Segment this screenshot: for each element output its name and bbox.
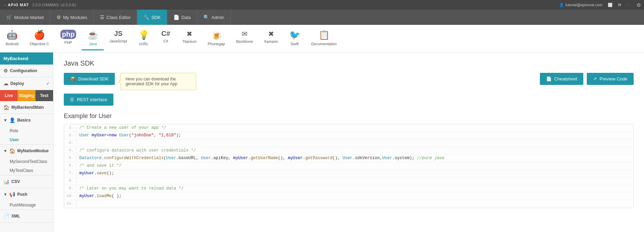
sidebar-item-mynativemodule[interactable]: ▼ 🏠 MyNativeModue <box>0 145 53 157</box>
power-icon[interactable]: ⏻ <box>637 3 641 7</box>
sidebar-section-basics: ▼ 👤 Basics Role User <box>0 114 53 145</box>
main-content: Java SDK 📦 Download SDK Here you can dow… <box>53 52 644 232</box>
sdk-documentation[interactable]: 📋 Documentation <box>306 28 342 50</box>
download-sdk-button[interactable]: 📦 Download SDK <box>64 73 115 85</box>
my-modules-icon: ⚙ <box>57 14 61 20</box>
sdk-xamarin[interactable]: ✖ Xamarin <box>259 28 284 48</box>
tab-class-editor[interactable]: ☰ Class Editor <box>94 10 137 25</box>
code-line-2: 2. User myUser=new User("johnDoe", "1,61… <box>64 132 633 139</box>
live-button[interactable]: Live <box>0 90 18 101</box>
apple-icon: 🍎 <box>34 30 45 40</box>
rest-row: ☰ REST interface <box>64 94 634 106</box>
sdk-swift[interactable]: 🐦 Swift <box>284 28 306 50</box>
sdk-subnav: 🤖 Android 🍎 Objective C php PHP ☕ Java J… <box>0 25 644 52</box>
window-icon[interactable]: ⬜ <box>608 3 613 7</box>
code-line-6: 6. /* and save it */ <box>64 162 633 170</box>
code-line-3: 3. <box>64 139 633 147</box>
top-bar: ~ APiO MAT 2.5.0 (YAMBAS: v2.5.0-E) 👤 tu… <box>0 0 644 10</box>
sdk-icon: 🔧 <box>143 14 149 20</box>
sidebar-section-xml: 📄 XML <box>0 210 53 223</box>
javascript-icon: JS <box>114 30 122 38</box>
code-line-9: 9. /* Later on you may want to reload da… <box>64 185 633 193</box>
xamarin-icon: ✖ <box>268 30 274 38</box>
sidebar-item-deploy[interactable]: ☁ Deploy ✓ <box>0 77 53 90</box>
top-bar-right: 👤 tutorial@apiomat.com ⬜ H 📞 ⏻ <box>559 3 641 7</box>
sidebar-item-xml[interactable]: 📄 XML <box>0 210 53 222</box>
sidebar-item-mybackendmain[interactable]: 🏠 MyBackendMain <box>0 101 53 114</box>
swift-icon: 🐦 <box>289 30 300 40</box>
sdk-java[interactable]: ☕ Java <box>82 28 104 50</box>
titanium-icon: ✖ <box>187 30 192 38</box>
sidebar-item-csv[interactable]: 📊 CSV <box>0 175 53 188</box>
sidebar-sub-mysecondtestclass[interactable]: MySecondTestClass <box>0 157 53 166</box>
sdk-android[interactable]: 🤖 Android <box>0 28 24 50</box>
sidebar-item-configuration[interactable]: ⚙ Configuration <box>0 65 53 77</box>
csharp-icon: C# <box>161 30 170 38</box>
live-staging-bar: Live Staging Test <box>0 90 53 101</box>
sdk-curl[interactable]: 💡 cURL <box>133 28 155 50</box>
sidebar: MyBackend ⚙ Configuration ☁ Deploy ✓ Liv… <box>0 52 53 232</box>
sdk-titanium[interactable]: ✖ Titanium <box>177 28 202 48</box>
rest-icon: ☰ <box>70 97 74 102</box>
sdk-phonegap[interactable]: 🍺 Phonegap <box>202 28 231 50</box>
java-icon: ☕ <box>87 30 98 40</box>
home-icon: 🏠 <box>3 105 9 110</box>
sidebar-sub-user[interactable]: User <box>0 135 53 144</box>
sdk-csharp[interactable]: C# C# <box>155 28 177 48</box>
app-logo: ~ APiO MAT <box>3 2 29 8</box>
expand-push-icon: ▼ <box>3 192 7 196</box>
sdk-php[interactable]: php PHP <box>55 28 82 49</box>
code-block: 1. /* Create a new user of your app */ 2… <box>64 124 634 208</box>
sidebar-section-push: ▼ 📢 Push PushMessage <box>0 188 53 210</box>
version-label: 2.5.0 (YAMBAS: v2.5.0-E) <box>32 3 76 7</box>
sidebar-sub-mytestclass[interactable]: MyTestClass <box>0 166 53 175</box>
code-line-8: 8. <box>64 177 633 185</box>
code-line-11: 11. <box>64 200 633 208</box>
code-line-10: 10. myUser.loadMe( ); <box>64 193 633 200</box>
sidebar-section-deploy: ☁ Deploy ✓ <box>0 77 53 90</box>
sidebar-section-mybackendmain: 🏠 MyBackendMain <box>0 101 53 114</box>
code-line-4: 4. /* configure datastore with user cred… <box>64 147 633 155</box>
preview-icon: ↗ <box>593 76 597 81</box>
cheatsheet-button[interactable]: 📄 Cheatsheet <box>540 73 584 85</box>
cheatsheet-icon: 📄 <box>546 76 552 81</box>
tab-module-market[interactable]: 🛒 Module Market <box>0 10 50 25</box>
code-line-7: 7. myUser.save(); <box>64 170 633 177</box>
phonegap-icon: 🍺 <box>211 30 222 40</box>
curl-icon: 💡 <box>138 30 149 40</box>
sdk-objective-c[interactable]: 🍎 Objective C <box>24 28 55 50</box>
help-icon[interactable]: H <box>618 3 621 7</box>
sidebar-item-push[interactable]: ▼ 📢 Push <box>0 188 53 201</box>
sidebar-section-mynativemodule: ▼ 🏠 MyNativeModue MySecondTestClass MyTe… <box>0 145 53 175</box>
nav-tabs: 🛒 Module Market ⚙ My Modules ☰ Class Edi… <box>0 10 644 25</box>
download-row: 📦 Download SDK Here you can download the… <box>64 73 634 90</box>
sidebar-sub-role[interactable]: Role <box>0 126 53 135</box>
preview-code-button[interactable]: ↗ Preview Code <box>587 73 634 85</box>
staging-button[interactable]: Staging <box>18 90 35 101</box>
cloud-icon: ☁ <box>3 81 8 86</box>
tab-sdk[interactable]: 🔧 SDK <box>137 10 167 25</box>
main-layout: MyBackend ⚙ Configuration ☁ Deploy ✓ Liv… <box>0 52 644 232</box>
php-icon: php <box>60 30 77 39</box>
right-btn-group: 📄 Cheatsheet ↗ Preview Code <box>540 73 634 85</box>
sdk-javascript[interactable]: JS JavaScript <box>104 28 132 48</box>
sidebar-app-name: MyBackend <box>0 52 53 65</box>
sidebar-item-basics[interactable]: ▼ 👤 Basics <box>0 114 53 126</box>
config-icon: ⚙ <box>3 68 8 74</box>
tab-my-modules[interactable]: ⚙ My Modules <box>50 10 94 25</box>
android-icon: 🤖 <box>7 30 18 40</box>
tab-admin[interactable]: 🔍 Admin <box>197 10 231 25</box>
download-icon: 📦 <box>70 76 76 81</box>
code-line-5: 5. Datastore.configureWithCredentials(Us… <box>64 155 633 162</box>
user-icon: 👤 tutorial@apiomat.com <box>559 3 602 7</box>
test-button[interactable]: Test <box>36 90 53 101</box>
page-title: Java SDK <box>64 59 634 67</box>
backbone-icon: ✉ <box>242 30 248 38</box>
tooltip-box: Here you can download the generated SDK … <box>120 73 196 90</box>
rest-interface-button[interactable]: ☰ REST interface <box>64 94 113 106</box>
sidebar-sub-pushmessage[interactable]: PushMessage <box>0 201 53 210</box>
tab-data[interactable]: 📄 Data <box>167 10 197 25</box>
sdk-backbone[interactable]: ✉ Backbone <box>231 28 259 48</box>
sidebar-section-config: ⚙ Configuration <box>0 65 53 77</box>
phone-icon[interactable]: 📞 <box>626 3 631 7</box>
